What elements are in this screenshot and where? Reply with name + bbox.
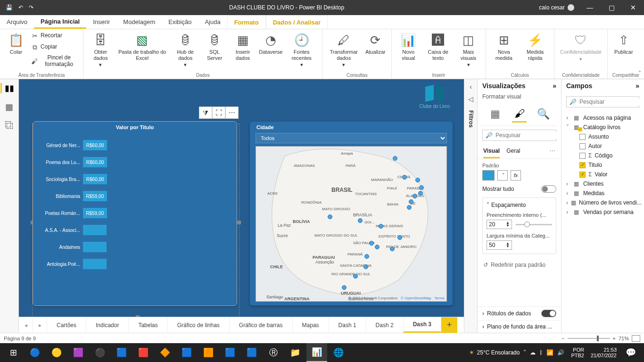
start-button[interactable]: ⊞ [3, 343, 24, 362]
taskbar-app[interactable]: 🟦 [220, 343, 240, 362]
format-painter-button[interactable]: 🖌Pincel de formatação [31, 54, 78, 69]
wifi-icon[interactable]: 📶 [546, 349, 553, 356]
close-button[interactable]: ✕ [622, 0, 644, 15]
taskbar-lang[interactable]: PORPTB2 [568, 347, 587, 358]
taskbar-app[interactable]: 🟧 [198, 343, 219, 362]
tab-format-context[interactable]: Formato [227, 15, 266, 29]
page-tab[interactable]: Indicador [86, 317, 129, 333]
redo-icon[interactable]: ↷ [29, 4, 33, 11]
page-tab[interactable]: Gráfico de linhas [168, 317, 230, 333]
format-search[interactable]: 🔎 [482, 130, 556, 141]
taskbar-vscode[interactable]: 🟦 [176, 343, 197, 362]
page-tab[interactable]: Dash 3 [404, 317, 441, 333]
inner-padding-input[interactable]: 20▲▼ [487, 220, 512, 229]
taskbar-word[interactable]: 🟦 [111, 343, 132, 362]
taskbar-powerbi-active[interactable]: 📊 [306, 343, 327, 362]
taskbar-r[interactable]: Ⓡ [263, 343, 284, 362]
recent-sources-button[interactable]: 🕘Fontes recentes▾ [286, 31, 317, 70]
fields-search[interactable]: 🔎 [566, 96, 639, 107]
data-labels-toggle[interactable] [541, 310, 556, 317]
new-measure-button[interactable]: ⊞Nova medida [491, 31, 517, 63]
zoom-in-button[interactable]: + [613, 336, 616, 341]
tab-home[interactable]: Página Inicial [34, 15, 86, 29]
tabs-scroll-right[interactable]: ▸ [33, 317, 47, 333]
transform-data-button[interactable]: 🖊Transformar dados▾ [327, 31, 360, 70]
report-canvas[interactable]: Clube do Livro ⧩ ⛶ ⋯ Valor por Titulo Gé… [19, 79, 464, 317]
tab-file[interactable]: Arquivo [0, 15, 34, 29]
zoom-out-button[interactable]: − [561, 336, 564, 341]
taskbar-explorer[interactable]: 📁 [285, 343, 305, 362]
field-titulo[interactable]: Titulo [578, 160, 641, 170]
taskbar-obs[interactable]: ⚫ [90, 343, 110, 362]
page-tab[interactable]: Cartões [47, 317, 86, 333]
undo-icon[interactable]: ↶ [18, 4, 23, 11]
copy-button[interactable]: ⧉Copiar [31, 42, 78, 52]
subtab-visual[interactable]: Visual [483, 145, 500, 158]
format-visual-tab[interactable]: 🖌 [512, 106, 527, 123]
color-dropdown-button[interactable]: ˅ [497, 170, 508, 181]
taskbar-weather[interactable]: ☀ 25°C Ensolarado [469, 349, 520, 356]
notifications-button[interactable]: 💬 [620, 343, 641, 362]
table-acessos[interactable]: ›▦Acessos na página [564, 113, 641, 123]
collapse-fields-pane-button[interactable]: » [636, 82, 639, 90]
tab-view[interactable]: Exibição [162, 15, 198, 29]
table-clientes[interactable]: ›▦Clientes [564, 179, 641, 189]
map-area[interactable]: BRASIL BOLÍVIA PARAGUAI CHILE URUGUAI AR… [256, 146, 447, 302]
dataverse-button[interactable]: ◔Dataverse [259, 31, 282, 57]
text-box-button[interactable]: 🅰Caixa de texto [424, 31, 452, 63]
taskbar-app[interactable]: 🔵 [25, 343, 45, 362]
onedrive-icon[interactable]: ☁ [530, 349, 536, 356]
taskbar-chrome[interactable]: 🟡 [46, 343, 67, 362]
tab-insert[interactable]: Inserir [86, 15, 116, 29]
page-tab[interactable]: Dash 1 [329, 317, 366, 333]
taskbar-app[interactable]: 🟦 [241, 343, 262, 362]
save-icon[interactable]: 💾 [6, 4, 13, 11]
conditional-format-button[interactable]: fx [511, 170, 521, 181]
tab-help[interactable]: Ajuda [198, 15, 227, 29]
more-visuals-button[interactable]: ◫Mais visuais▾ [456, 31, 480, 70]
show-all-toggle[interactable] [541, 185, 556, 193]
page-tab[interactable]: Gráfico de barras [230, 317, 293, 333]
publish-button[interactable]: ⇧Publicar [612, 31, 635, 57]
spacing-section-header[interactable]: ˅Espaçamento [487, 202, 552, 208]
paste-button[interactable]: 📋 Colar [5, 31, 27, 57]
excel-workbook-button[interactable]: ▧Pasta de trabalho do Excel [116, 31, 168, 63]
bar-chart-visual[interactable]: ⧩ ⛶ ⋯ Valor por Titulo Gérard de Ner...R… [33, 122, 237, 305]
visual-filter-button[interactable]: ⧩ [199, 107, 212, 119]
page-tab[interactable]: Tabelas [129, 317, 167, 333]
volume-icon[interactable]: 🔊 [557, 349, 564, 356]
user-account[interactable]: caio cesar [534, 4, 579, 11]
analytics-tab[interactable]: 🔍 [536, 106, 551, 123]
new-visual-button[interactable]: 📊Novo visual [396, 31, 420, 63]
field-assunto[interactable]: Assunto [578, 132, 641, 141]
tab-modeling[interactable]: Modelagem [116, 15, 162, 29]
tab-data-analyze-context[interactable]: Dados / Analisar [266, 15, 328, 29]
data-labels-section[interactable]: ›Rótulos de dados [478, 306, 561, 320]
map-visual[interactable]: Cidade Todos BRASIL BOLÍVIA PARAGUAI CHI… [250, 122, 453, 305]
fit-to-page-button[interactable] [632, 335, 640, 342]
get-data-button[interactable]: 🗄Obter dados▾ [88, 31, 113, 70]
maximize-button[interactable]: ▢ [601, 0, 622, 15]
zoom-slider[interactable] [568, 338, 610, 339]
tabs-scroll-left[interactable]: ◂ [19, 317, 33, 333]
city-slicer-dropdown[interactable]: Todos [256, 133, 447, 143]
fields-search-input[interactable] [579, 99, 644, 105]
filters-pane-collapsed[interactable]: ‹ ◁ Filtros [464, 79, 477, 333]
model-view-button[interactable]: ⿻ [5, 121, 14, 131]
cut-button[interactable]: ✂Recortar [31, 31, 78, 41]
refresh-button[interactable]: ⟳Atualizar [364, 31, 387, 57]
taskbar-app[interactable]: 🔶 [155, 343, 175, 362]
table-num-livros[interactable]: ›▦Número de livros vendi... [564, 198, 641, 207]
report-view-button[interactable]: ▮▮ [0, 83, 14, 93]
page-tab[interactable]: Mapas [293, 317, 329, 333]
taskbar-chrome-dev[interactable]: 🌐 [328, 343, 349, 362]
data-hub-button[interactable]: 🛢Hub de dados▾ [172, 31, 199, 70]
sql-server-button[interactable]: 🛢SQL Server [203, 31, 226, 63]
plot-area-bg-section[interactable]: ›Plano de fundo da área ... [478, 320, 561, 333]
format-search-input[interactable] [495, 132, 566, 139]
bluetooth-icon[interactable]: ᛒ [539, 349, 543, 356]
table-vendas-semana[interactable]: ›▦Vendas por semana [564, 207, 641, 217]
table-medidas[interactable]: ›▦Medidas [564, 189, 641, 198]
minimize-button[interactable]: — [579, 0, 601, 15]
default-color-swatch[interactable] [482, 170, 495, 181]
